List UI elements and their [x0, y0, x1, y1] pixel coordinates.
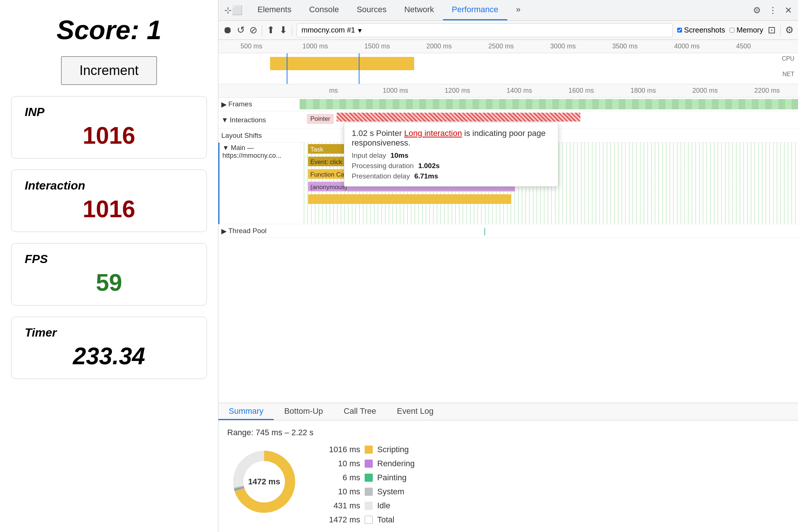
- devtools-cursor-icon[interactable]: ⊹: [224, 5, 232, 16]
- download-icon[interactable]: ⬇: [279, 24, 287, 36]
- tab-bottom-up[interactable]: Bottom-Up: [274, 403, 333, 420]
- ruler-3000: 3000 ms: [550, 42, 612, 50]
- legend-name: Scripting: [377, 445, 409, 454]
- more-icon[interactable]: ⋮: [768, 5, 777, 16]
- legend-ms: 10 ms: [323, 459, 360, 468]
- legend-name: System: [377, 487, 404, 497]
- interactions-row: ▼ Interactions Pointer 1.02 s Pointer Lo…: [218, 111, 798, 129]
- screenshots-checkbox-row: Screenshots: [677, 26, 725, 34]
- tab-event-log[interactable]: Event Log: [386, 403, 444, 420]
- tab-call-tree[interactable]: Call Tree: [333, 403, 386, 420]
- memory-checkbox-row: Memory: [730, 26, 763, 34]
- main-label: ▼ Main — https://mmocny.co...: [219, 143, 301, 161]
- frames-bars: [300, 99, 798, 109]
- nested-call-bar[interactable]: [308, 194, 511, 204]
- net-label: NET: [782, 71, 794, 78]
- settings-icon[interactable]: ⚙: [753, 5, 761, 16]
- legend-ms: 10 ms: [323, 487, 360, 497]
- left-panel: Score: 1 Increment INP 1016 Interaction …: [0, 0, 218, 532]
- upload-icon[interactable]: ⬆: [267, 24, 275, 36]
- interaction-label: Interaction: [25, 179, 193, 192]
- thread-pool-label: ▶ Thread Pool: [218, 225, 300, 237]
- gear-icon[interactable]: ⚙: [785, 24, 794, 36]
- url-display: mmocny.com #1 ▾: [297, 23, 673, 37]
- close-icon[interactable]: ✕: [785, 5, 792, 16]
- ruler-1500: 1500 ms: [364, 42, 426, 50]
- thread-pool-mark: [484, 228, 485, 235]
- legend-row: 6 msPainting: [323, 473, 415, 482]
- memory-checkbox[interactable]: [730, 28, 734, 33]
- increment-button[interactable]: Increment: [61, 56, 157, 85]
- legend-color-swatch: [365, 474, 373, 482]
- time-1000: 1000 ms: [365, 87, 427, 95]
- tab-more[interactable]: »: [507, 0, 529, 20]
- tab-summary[interactable]: Summary: [218, 403, 274, 420]
- legend-ms: 6 ms: [323, 473, 360, 482]
- donut-chart: 1472 ms: [227, 445, 301, 519]
- legend-name: Rendering: [377, 459, 415, 468]
- fps-value: 59: [25, 269, 193, 296]
- memory-label: Memory: [737, 26, 763, 34]
- devtools-toolbar: ⏺ ↺ ⊘ ⬆ ⬇ mmocny.com #1 ▾ Screenshots Me…: [218, 21, 798, 40]
- time-2200: 2200 ms: [736, 87, 798, 95]
- devtools-device-icon[interactable]: ⬜: [232, 5, 243, 16]
- inp-value: 1016: [25, 122, 193, 149]
- frames-expand-icon[interactable]: ▶: [221, 100, 227, 109]
- perf-main: ms 1000 ms 1200 ms 1400 ms 1600 ms 1800 …: [218, 84, 798, 532]
- rows-area: ms 1000 ms 1200 ms 1400 ms 1600 ms 1800 …: [218, 84, 798, 403]
- summary-legend: 1016 msScripting10 msRendering6 msPainti…: [323, 445, 415, 525]
- legend-row: 431 msIdle: [323, 501, 415, 511]
- legend-ms: 1016 ms: [323, 445, 360, 454]
- camera-icon[interactable]: ⊡: [768, 24, 776, 36]
- separator2: [292, 25, 292, 35]
- url-dropdown-icon[interactable]: ▾: [358, 26, 362, 35]
- selection-start-line: [287, 53, 287, 84]
- cpu-net-area: CPU NET: [218, 53, 798, 84]
- function-call-label: Function Call: [308, 170, 349, 179]
- summary-section: Range: 745 ms – 2.22 s: [218, 420, 798, 532]
- interactions-expand-icon[interactable]: ▼: [221, 116, 228, 124]
- screenshots-checkbox[interactable]: [677, 28, 682, 33]
- devtools-top-icons: ⚙ ⋮ ✕: [753, 5, 792, 16]
- thread-pool-row: ▶ Thread Pool: [218, 224, 798, 238]
- legend-row: 1472 msTotal: [323, 515, 415, 525]
- timeline-scripting-bar: [270, 57, 414, 70]
- interaction-tooltip: 1.02 s Pointer Long interaction is indic…: [344, 122, 558, 187]
- ruler-2500: 2500 ms: [488, 42, 550, 50]
- time-1200: 1200 ms: [426, 87, 488, 95]
- tab-console[interactable]: Console: [300, 0, 348, 20]
- refresh-icon[interactable]: ↺: [237, 24, 245, 36]
- screenshots-label: Screenshots: [684, 26, 725, 34]
- url-text: mmocny.com #1: [301, 26, 355, 34]
- timer-label: Timer: [25, 326, 193, 340]
- interactions-content: Pointer 1.02 s Pointer Long interaction …: [300, 111, 798, 129]
- timeline-ruler: 500 ms 1000 ms 1500 ms 2000 ms 2500 ms 3…: [218, 40, 798, 53]
- ruler-4500: 4500: [736, 42, 798, 50]
- legend-ms: 431 ms: [323, 501, 360, 511]
- record-icon[interactable]: ⏺: [223, 24, 232, 36]
- ruler-1000: 1000 ms: [303, 42, 365, 50]
- cpu-label: CPU: [782, 55, 794, 62]
- ruler-500: 500 ms: [241, 42, 303, 50]
- tooltip-header: 1.02 s Pointer Long interaction is indic…: [352, 129, 550, 148]
- tooltip-processing: Processing duration 1.002s: [352, 162, 550, 170]
- tab-elements[interactable]: Elements: [249, 0, 300, 20]
- clear-icon[interactable]: ⊘: [249, 24, 258, 36]
- pointer-bar[interactable]: [337, 113, 580, 122]
- range-text: Range: 745 ms – 2.22 s: [227, 428, 789, 437]
- frames-row: ▶ Frames: [218, 98, 798, 111]
- event-click-label: Event: click: [308, 158, 344, 166]
- task-label: Task: [308, 145, 325, 154]
- inp-card: INP 1016: [11, 96, 207, 158]
- legend-color-swatch: [365, 460, 373, 468]
- legend-name: Idle: [377, 501, 390, 511]
- thread-pool-expand-icon[interactable]: ▶: [221, 227, 227, 235]
- timeline-overview[interactable]: 500 ms 1000 ms 1500 ms 2000 ms 2500 ms 3…: [218, 40, 798, 84]
- legend-color-swatch: [365, 502, 373, 510]
- legend-row: 10 msRendering: [323, 459, 415, 468]
- main-expand-icon[interactable]: ▼: [222, 144, 229, 151]
- tooltip-link[interactable]: Long interaction: [404, 129, 462, 138]
- tab-network[interactable]: Network: [395, 0, 443, 20]
- tab-sources[interactable]: Sources: [348, 0, 395, 20]
- tab-performance[interactable]: Performance: [443, 0, 507, 20]
